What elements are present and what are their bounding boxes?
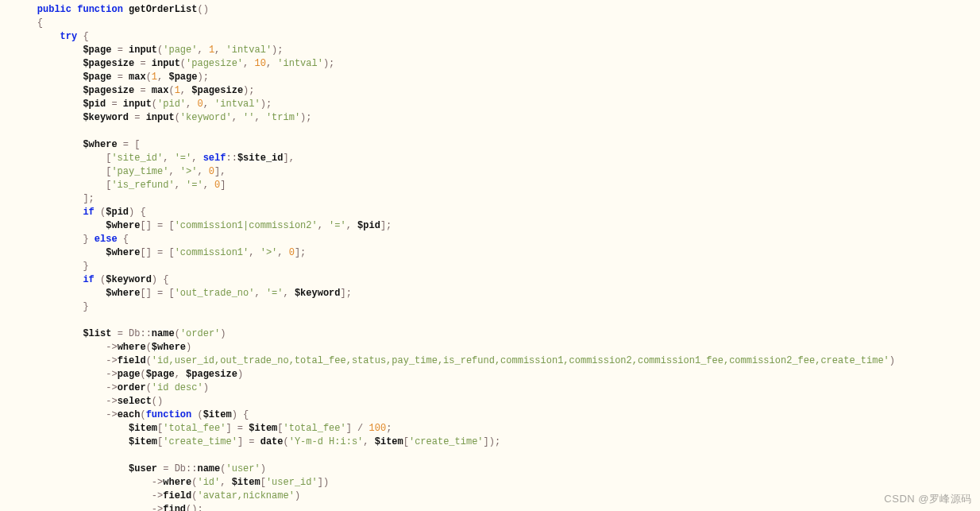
code-token-var: $list [83,328,111,339]
code-token-pun: ( [191,409,203,420]
code-token-pun: ( [140,409,145,420]
code-token-str: 'intval' [226,45,272,56]
code-token-fn: select [118,396,152,407]
code-token-pun: -> [14,477,163,488]
code-line: } [14,261,89,272]
code-token-pun: ( [180,58,186,69]
code-token-str: 'is_refund' [111,180,174,191]
code-token-pun: ], [214,166,226,177]
code-token-var: $where [106,247,140,258]
code-token-var: $site_id [237,153,284,164]
code-token-var: $user [129,463,157,474]
code-token-str: 'commission1' [175,247,249,258]
code-token-pun: ) [260,463,266,474]
code-token-pun: = Db:: [111,328,151,339]
code-token-str: '=' [329,220,346,231]
code-token-pun: ); [323,58,334,69]
code-token-pun: , [214,45,226,56]
code-token-pun: , [175,180,186,191]
code-token-fn: name [152,328,175,339]
code-token-pun: [ [277,423,283,434]
code-token-pun: = Db:: [157,463,197,474]
code-token-var: $item [129,423,157,434]
code-token-pun: , [232,112,243,123]
code-token-kw: if [83,274,94,285]
code-token-num: 100 [369,423,387,434]
code-token-pun [14,274,83,285]
code-token-pun: ]); [484,436,501,447]
code-token-pun: ( [146,72,152,83]
code-token-pun: ) [220,328,226,339]
code-token-pun [123,4,129,15]
code-token-fn: max [129,72,146,83]
code-token-fn: each [118,409,141,420]
code-token-var: $pagesize [83,58,134,69]
code-token-num: 1 [175,85,180,96]
code-token-pun: [] = [ [140,288,174,299]
code-line: $where[] = ['out_trade_no', '=', $keywor… [14,288,352,299]
code-token-pun [14,436,129,447]
code-token-var: $where [152,342,186,353]
code-token-var: $keyword [106,274,152,285]
code-token-str: 'user_id' [266,477,318,488]
code-token-str: 'trim' [266,112,300,123]
code-token-op: = [106,99,123,110]
code-line: ->field('id,user_id,out_trade_no,total_f… [14,355,895,366]
code-token-fn: field [118,355,146,366]
code-token-str: 'commission1|commission2' [175,220,318,231]
code-token-pun: , [163,153,174,164]
code-token-var: $where [106,220,140,231]
code-token-pun: ( [146,342,152,353]
code-token-pun: , [180,85,191,96]
code-token-pun: ); [197,72,208,83]
code-token-pun: -> [14,490,163,501]
code-token-str: 'order' [180,328,220,339]
code-line: $where[] = ['commission1', '>', 0]; [14,247,306,258]
code-token-pun: (); [186,504,203,511]
code-token-str: 'out_trade_no' [175,288,255,299]
code-line: $list = Db::name('order') [14,328,226,339]
code-token-var: $item [375,436,403,447]
code-token-pun: ( [140,369,145,380]
code-token-pun: [ [403,436,409,447]
code-token-pun: ], [283,153,294,164]
code-token-pun: ] = [226,423,249,434]
code-token-pun [14,288,106,299]
code-token-op: = [111,45,129,56]
code-token-var: $item [249,423,277,434]
code-token-fn: date [260,436,284,447]
code-token-pun: -> [14,342,118,353]
code-token-var: $page [168,72,197,83]
code-token-op: = [111,72,129,83]
code-token-pun: , [243,58,254,69]
code-token-pun: , [197,45,208,56]
code-token-var: $keyword [295,288,341,299]
code-line: ->find(); [14,504,203,511]
code-token-str: 'total_fee' [284,423,346,434]
code-line: $keyword = input('keyword', '', 'trim'); [14,112,312,123]
code-token-pun: ) [889,355,895,366]
code-token-fn: where [163,477,191,488]
code-token-pun: , [168,166,179,177]
code-token-pun [14,72,83,83]
code-token-pun: ); [272,45,283,56]
code-token-pun [14,45,83,56]
code-token-pun: ) { [232,409,249,420]
code-line: $item['total_fee'] = $item['total_fee'] … [14,423,392,434]
code-line: $pagesize = max(1, $pagesize); [14,85,254,96]
code-token-op: = [129,112,146,123]
code-line: ['is_refund', '=', 0] [14,180,226,191]
code-token-pun: , [277,247,288,258]
code-token-fn: where [118,342,146,353]
code-token-var: $page [83,72,111,83]
code-token-pun: , [203,180,214,191]
code-line: $where = [ [14,139,140,150]
code-token-pun: () [152,396,163,407]
code-token-str: 'user' [226,463,260,474]
code-token-pun [14,99,83,110]
code-token-pun: ]; [295,247,306,258]
code-token-kw: public [37,4,71,15]
code-token-pun [14,247,106,258]
code-token-pun [14,58,83,69]
code-token-str: 'id desc' [152,382,203,393]
